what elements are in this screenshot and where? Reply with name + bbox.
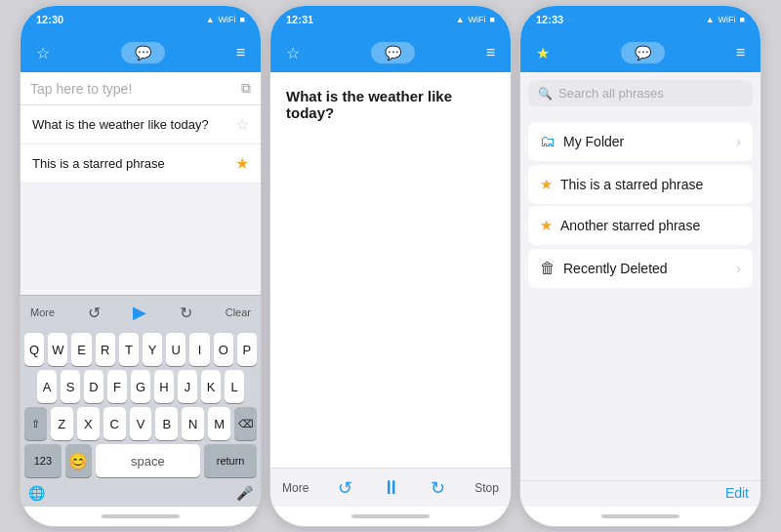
wifi-icon: WiFi bbox=[469, 15, 486, 24]
key-emoji[interactable]: 😊 bbox=[65, 444, 92, 477]
phone1-input-bar[interactable]: Tap here to type! ⧉ bbox=[21, 72, 261, 105]
phone3-status-icons: ▲ WiFi ■ bbox=[706, 15, 745, 24]
key-z[interactable]: Z bbox=[51, 407, 73, 440]
phone3-search-bar[interactable]: 🔍 Search all phrases bbox=[528, 80, 753, 106]
key-p[interactable]: P bbox=[237, 333, 257, 366]
key-123[interactable]: 123 bbox=[24, 444, 62, 477]
phone3-folder-left: 🗂 My Folder bbox=[540, 133, 624, 150]
phrase-item-starred[interactable]: This is a starred phrase ★ bbox=[21, 144, 261, 184]
phone3-edit-btn[interactable]: Edit bbox=[725, 485, 749, 501]
phrase-star-weather[interactable]: ☆ bbox=[235, 115, 249, 134]
key-h[interactable]: H bbox=[154, 370, 174, 403]
phone3-folders-list: 🗂 My Folder › ★ This is a starred phrase… bbox=[520, 114, 760, 302]
key-b[interactable]: B bbox=[155, 407, 178, 440]
key-w[interactable]: W bbox=[48, 333, 67, 366]
phone1-nav-bar: ☆ 💬 ≡ bbox=[21, 33, 261, 72]
phone2-pause-icon[interactable]: ⏸ bbox=[382, 476, 401, 499]
phone3-menu-icon[interactable]: ≡ bbox=[736, 44, 745, 61]
key-y[interactable]: Y bbox=[143, 333, 162, 366]
battery-icon: ■ bbox=[740, 15, 745, 24]
keyboard-bottom-bar: 🌐 🎤 bbox=[21, 481, 261, 507]
phone1-replay-icon[interactable]: ↺ bbox=[88, 304, 101, 322]
key-x[interactable]: X bbox=[77, 407, 100, 440]
key-c[interactable]: C bbox=[103, 407, 126, 440]
signal-icon: ▲ bbox=[706, 15, 715, 24]
key-backspace[interactable]: ⌫ bbox=[234, 407, 257, 440]
phone3-home-bar bbox=[601, 514, 679, 518]
phrase-star-filled[interactable]: ★ bbox=[235, 154, 249, 173]
phrase-text-weather: What is the weather like today? bbox=[32, 117, 209, 132]
phone3-starred-1[interactable]: ★ This is a starred phrase bbox=[528, 165, 753, 204]
phone2-home bbox=[270, 507, 511, 526]
key-space[interactable]: space bbox=[96, 444, 201, 477]
phone3-status-bar: 12:33 ▲ WiFi ■ bbox=[520, 6, 760, 33]
phone3-trash-item[interactable]: 🗑 Recently Deleted › bbox=[528, 249, 753, 288]
key-s[interactable]: S bbox=[61, 370, 80, 403]
key-q[interactable]: Q bbox=[24, 333, 44, 366]
key-f[interactable]: F bbox=[107, 370, 127, 403]
phone1-speech-btn[interactable]: 💬 bbox=[121, 42, 165, 63]
phone3-frame: 12:33 ▲ WiFi ■ ★ 💬 ≡ 🔍 Search all phrase… bbox=[519, 5, 761, 527]
phone3-trash-icon: 🗑 bbox=[540, 260, 555, 277]
phone3-search-placeholder: Search all phrases bbox=[558, 86, 664, 101]
key-t[interactable]: T bbox=[119, 333, 139, 366]
keyboard-row-3: ⇧ Z X C V B N M ⌫ bbox=[21, 407, 261, 440]
phone1-forward-icon[interactable]: ↻ bbox=[180, 304, 192, 322]
phone1-copy-icon[interactable]: ⧉ bbox=[241, 80, 251, 97]
key-u[interactable]: U bbox=[166, 333, 185, 366]
key-k[interactable]: K bbox=[201, 370, 221, 403]
phone2-playback-controls: More ↺ ⏸ ↻ Stop bbox=[270, 468, 511, 507]
key-return[interactable]: return bbox=[204, 444, 257, 477]
key-r[interactable]: R bbox=[96, 333, 115, 366]
phone1-play-icon[interactable]: ▶ bbox=[133, 302, 146, 323]
key-o[interactable]: O bbox=[214, 333, 233, 366]
phone1-menu-icon[interactable]: ≡ bbox=[236, 44, 245, 61]
phrase-item-weather[interactable]: What is the weather like today? ☆ bbox=[21, 105, 261, 144]
phone2-stop-btn[interactable]: Stop bbox=[474, 481, 499, 495]
phone3-folder-icon: 🗂 bbox=[540, 133, 555, 150]
phone2-menu-icon[interactable]: ≡ bbox=[486, 44, 495, 61]
key-m[interactable]: M bbox=[208, 407, 230, 440]
phone2-replay-icon[interactable]: ↺ bbox=[338, 477, 352, 499]
phone2-forward-icon[interactable]: ↻ bbox=[431, 477, 445, 499]
key-i[interactable]: I bbox=[189, 333, 209, 366]
globe-icon[interactable]: 🌐 bbox=[28, 485, 45, 501]
phone3-folder-name: My Folder bbox=[563, 134, 624, 149]
phone3-folder-item[interactable]: 🗂 My Folder › bbox=[528, 122, 753, 161]
phone2-status-bar: 12:31 ▲ WiFi ■ bbox=[270, 6, 511, 33]
phone3-trash-label: Recently Deleted bbox=[563, 261, 668, 276]
phone1-speech-icon: 💬 bbox=[135, 45, 151, 61]
key-a[interactable]: A bbox=[37, 370, 57, 403]
key-v[interactable]: V bbox=[130, 407, 152, 440]
mic-icon[interactable]: 🎤 bbox=[236, 485, 253, 501]
phone1-placeholder[interactable]: Tap here to type! bbox=[30, 81, 132, 97]
phone2-speaking-text: What is the weather like today? bbox=[286, 88, 495, 121]
phone3-content: 🔍 Search all phrases 🗂 My Folder › ★ Thi… bbox=[520, 72, 760, 507]
phone3-starred-2[interactable]: ★ Another starred phrase bbox=[528, 206, 753, 245]
battery-icon: ■ bbox=[240, 15, 245, 24]
phone3-starred-phrase-2: Another starred phrase bbox=[560, 218, 700, 233]
key-shift[interactable]: ⇧ bbox=[24, 407, 47, 440]
phone3-search-icon: 🔍 bbox=[538, 87, 553, 101]
phone3-speech-btn[interactable]: 💬 bbox=[621, 42, 665, 63]
phone1-more-btn[interactable]: More bbox=[30, 307, 55, 318]
phone2-home-bar bbox=[351, 514, 430, 518]
phone1-content: Tap here to type! ⧉ What is the weather … bbox=[21, 72, 261, 295]
phone1-clear-btn[interactable]: Clear bbox=[226, 307, 251, 318]
phone2-star-icon[interactable]: ☆ bbox=[286, 44, 300, 62]
phone1-star-icon[interactable]: ☆ bbox=[36, 44, 50, 62]
key-e[interactable]: E bbox=[71, 333, 91, 366]
signal-icon: ▲ bbox=[456, 15, 465, 24]
phone2-more-btn[interactable]: More bbox=[282, 481, 308, 495]
phone3-star-icon[interactable]: ★ bbox=[536, 44, 550, 62]
keyboard-row-4: 123 😊 space return bbox=[21, 444, 261, 477]
key-n[interactable]: N bbox=[182, 407, 204, 440]
phone2-speech-btn[interactable]: 💬 bbox=[371, 42, 415, 63]
phone2-frame: 12:31 ▲ WiFi ■ ☆ 💬 ≡ What is the weather… bbox=[269, 5, 512, 527]
phone1-frame: 12:30 ▲ WiFi ■ ☆ 💬 ≡ Tap here to type! ⧉… bbox=[20, 5, 262, 527]
key-j[interactable]: J bbox=[178, 370, 197, 403]
key-l[interactable]: L bbox=[225, 370, 244, 403]
key-g[interactable]: G bbox=[131, 370, 150, 403]
phone1-time: 12:30 bbox=[36, 14, 63, 25]
key-d[interactable]: D bbox=[84, 370, 103, 403]
